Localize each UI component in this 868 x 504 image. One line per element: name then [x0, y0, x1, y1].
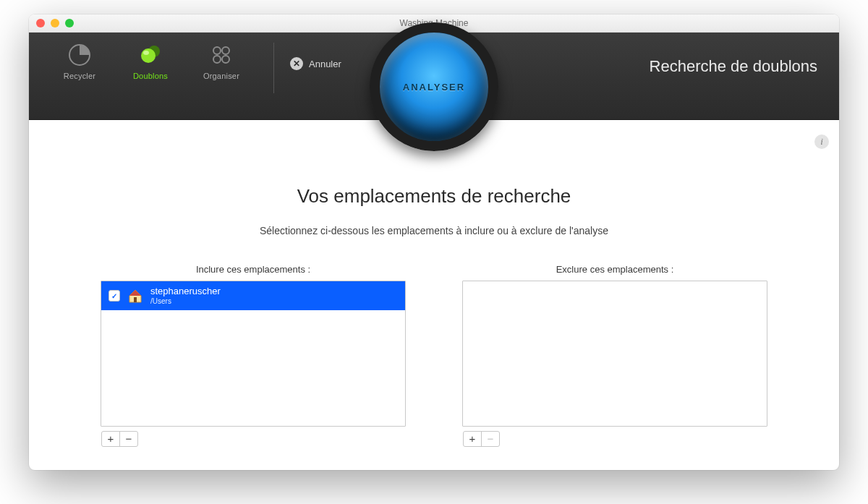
- analyse-label: ANALYSER: [403, 82, 465, 93]
- page-title: Recherche de doublons: [650, 57, 817, 76]
- exclude-remove-button: −: [481, 432, 499, 446]
- include-item-checkbox[interactable]: [109, 290, 120, 302]
- content-heading: Vos emplacements de recherche: [87, 185, 781, 208]
- include-item-name: stephaneruscher: [150, 286, 221, 296]
- toolbar-divider: [273, 43, 274, 93]
- minimize-window-button[interactable]: [51, 19, 59, 27]
- include-column: Inclure ces emplacements :: [101, 264, 405, 447]
- svg-rect-8: [134, 297, 137, 302]
- include-title: Inclure ces emplacements :: [196, 264, 310, 275]
- svg-point-2: [141, 48, 156, 63]
- doublons-icon: [138, 43, 163, 67]
- recycler-icon: [67, 43, 92, 67]
- svg-point-4: [213, 47, 221, 54]
- include-item-text: stephaneruscher /Users: [150, 286, 221, 304]
- toolbar: Recycler Doublons: [29, 33, 839, 120]
- window-controls: [36, 19, 74, 27]
- exclude-listbox[interactable]: [462, 281, 767, 427]
- tab-organiser-label: Organiser: [203, 72, 239, 80]
- tab-recycler[interactable]: Recycler: [51, 43, 109, 80]
- include-add-remove: + −: [101, 431, 138, 447]
- exclude-add-button[interactable]: +: [464, 432, 481, 446]
- exclude-title: Exclure ces emplacements :: [556, 264, 674, 275]
- tab-recycler-label: Recycler: [64, 72, 95, 80]
- tab-doublons-label: Doublons: [133, 72, 168, 80]
- exclude-column: Exclure ces emplacements : + −: [463, 264, 767, 447]
- include-item[interactable]: stephaneruscher /Users: [101, 281, 405, 310]
- include-remove-button[interactable]: −: [119, 432, 137, 446]
- include-item-path: /Users: [150, 297, 221, 305]
- svg-point-6: [213, 56, 221, 63]
- organiser-icon: [209, 43, 234, 67]
- content-subheading: Sélectionnez ci-dessous les emplacements…: [87, 225, 781, 236]
- app-window: Washing Machine Recycler: [29, 14, 839, 470]
- cancel-icon: ✕: [290, 57, 303, 70]
- tab-organiser[interactable]: Organiser: [192, 43, 250, 80]
- cancel-label: Annuler: [309, 59, 341, 69]
- svg-point-5: [222, 47, 229, 54]
- location-columns: Inclure ces emplacements :: [87, 264, 781, 447]
- include-listbox[interactable]: stephaneruscher /Users: [101, 281, 406, 427]
- cancel-button[interactable]: ✕ Annuler: [290, 57, 341, 70]
- svg-point-3: [143, 51, 149, 55]
- content-area: i Vos emplacements de recherche Sélectio…: [29, 120, 839, 470]
- zoom-window-button[interactable]: [65, 19, 74, 27]
- home-folder-icon: [127, 288, 143, 304]
- close-window-button[interactable]: [36, 19, 45, 27]
- info-button[interactable]: i: [814, 134, 829, 149]
- svg-point-7: [222, 56, 229, 63]
- exclude-add-remove: + −: [463, 431, 500, 447]
- include-add-button[interactable]: +: [102, 432, 119, 446]
- tab-doublons[interactable]: Doublons: [122, 43, 179, 80]
